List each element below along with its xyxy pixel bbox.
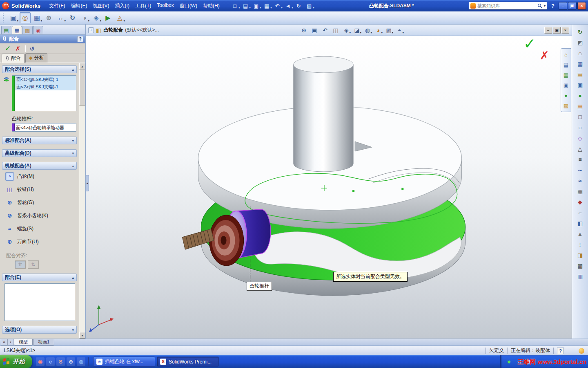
rect-tool-icon[interactable]: □ (575, 112, 585, 121)
cam-follower-listbox[interactable]: 面<4>@凸轮轴承随动器 (12, 123, 76, 132)
shaft-cylinder[interactable] (294, 65, 353, 172)
list-icon[interactable]: ≡ (575, 155, 585, 164)
menu-tools[interactable]: 工具(T) (132, 1, 154, 11)
section-options[interactable]: 选项(O) ▾ (2, 326, 77, 334)
arrow-up-icon[interactable]: ▲ (575, 229, 585, 238)
menu-help[interactable]: 帮助(H) (200, 1, 223, 11)
save-icon[interactable]: ▣▾ (251, 2, 261, 10)
shaft-top-face[interactable] (294, 56, 353, 73)
shade-icon[interactable]: ◨ (575, 250, 585, 260)
cancel-float-button[interactable]: ✗ (540, 49, 549, 62)
rebuild-icon[interactable]: ↻ (294, 2, 304, 10)
diamond-tool-icon[interactable]: ◇ (575, 133, 585, 143)
panel-help-button[interactable]: ? (77, 36, 83, 42)
rack-pinion-mate-item[interactable]: ⊚ 齿条小齿轮(K) (0, 209, 79, 222)
new-document-icon[interactable]: □▾ (230, 2, 240, 10)
library-folder-icon[interactable]: ▤ (575, 70, 585, 79)
ruby-icon[interactable]: ◆ (575, 197, 585, 206)
insert-components-icon[interactable]: ▣▾ (8, 12, 19, 23)
scroll-thumb[interactable] (79, 70, 85, 105)
mesh-icon[interactable]: ▦ (575, 186, 585, 196)
triangle-tool-icon[interactable]: △ (575, 144, 585, 153)
cam-mate-item[interactable]: ◔ 凸轮(M) (0, 170, 79, 183)
new-motion-study-icon[interactable]: ▶ (102, 12, 114, 23)
view-palette-icon[interactable]: ▣ (562, 81, 570, 90)
model-tab[interactable]: 模型 (14, 339, 33, 346)
custom-properties-icon[interactable]: ▧ (562, 101, 570, 110)
section-mates[interactable]: 配合(E) ▴ (2, 274, 77, 281)
featuremanager-tab-icon[interactable]: ▤ (1, 26, 11, 34)
design-library-icon[interactable]: ▤ (562, 61, 570, 69)
universal-joint-mate-item[interactable]: ⊕ 万向节(U) (0, 235, 79, 248)
browser-icon[interactable]: ◍ (77, 357, 85, 366)
taskbar-task-document[interactable]: e 插端凸轮 在 xtw... (93, 357, 155, 367)
screw-mate-item[interactable]: ≈ 螺旋(S) (0, 222, 79, 235)
close-button[interactable]: × (577, 2, 586, 10)
mate-icon[interactable]: ◎ (20, 12, 31, 23)
hide-show-items-icon[interactable]: ◍▾ (363, 25, 372, 35)
view-settings-icon[interactable]: ◓▾ (394, 25, 404, 35)
smart-fasteners-icon[interactable]: ⊕ (43, 12, 54, 23)
file-explorer-icon[interactable]: ▦ (562, 71, 570, 79)
quick-tips-bulb-icon[interactable] (579, 348, 584, 354)
rotate-component-icon[interactable]: ↻ (67, 12, 78, 23)
section-view-icon[interactable]: ◫ (331, 25, 341, 35)
folder-icon[interactable]: ▤ (575, 101, 585, 111)
internet-explorer-icon[interactable]: e (46, 357, 55, 366)
scroll-track[interactable] (79, 105, 85, 332)
edit-appearance-icon[interactable]: ◕▾ (373, 25, 383, 35)
quick-tips-help-button[interactable]: ? (557, 348, 564, 354)
sphere-icon[interactable]: ● (575, 91, 585, 100)
mdi-restore-button[interactable]: ▣ (553, 27, 561, 34)
tab-analysis[interactable]: ◆ 分析 (25, 53, 47, 63)
tab-scroll-first-icon[interactable]: « (1, 339, 7, 346)
aligned-button[interactable]: ⇈ (15, 260, 26, 269)
grid-icon[interactable]: ▦ (575, 59, 585, 68)
updown-icon[interactable]: ↕ (575, 240, 585, 249)
follower-bearing[interactable] (209, 215, 244, 266)
scroll-down-button[interactable]: ▼ (79, 332, 85, 339)
move-component-icon[interactable]: ↔▾ (55, 12, 66, 23)
wave-icon[interactable]: ≈ (575, 176, 585, 185)
view-orientation-icon[interactable]: ◈▾ (341, 25, 351, 35)
pattern-icon[interactable]: ▣ (575, 80, 585, 90)
zoom-fit-icon[interactable]: ⊙ (299, 25, 309, 35)
exploded-view-icon[interactable]: ◬▾ (114, 12, 125, 23)
search-dropdown-icon[interactable]: ▾ (544, 4, 546, 8)
zoom-area-icon[interactable]: ▣ (310, 25, 319, 35)
options-icon[interactable]: ▧▾ (304, 2, 314, 10)
redo-icon[interactable]: ↻ (575, 27, 585, 36)
half-square-icon[interactable]: ◧ (575, 218, 585, 228)
tray-shield-icon[interactable]: ◆ (506, 358, 512, 365)
half-section-icon[interactable]: ◩ (575, 38, 585, 47)
menu-view[interactable]: 视图(V) (90, 1, 112, 11)
media-player-icon[interactable]: ◉ (36, 357, 45, 366)
3d-model-canvas[interactable] (86, 36, 572, 339)
flyout-tree-expand-icon[interactable]: + (88, 27, 94, 33)
circle-tool-icon[interactable]: ○ (575, 123, 585, 132)
3d-viewport-canvas[interactable]: ✓ ✗ 所选实体对当前配合类型无效。 凸轮推杆 ⌂▤▦▣●▧ (86, 36, 572, 339)
hinge-mate-item[interactable]: ◫ 铰链(H) (0, 183, 79, 196)
selection-item[interactable]: 面<1>@LSKJ夹端)-1 (15, 76, 76, 83)
hatch-icon[interactable]: ▩ (575, 261, 585, 270)
apply-scene-icon[interactable]: ▨▾ (384, 25, 394, 35)
section-mate-selections[interactable]: 配合选择(S) ▴ (2, 65, 77, 73)
undo-button[interactable]: ↺ (30, 45, 35, 52)
menu-insert[interactable]: 插入(I) (112, 1, 132, 11)
solidworks-resources-icon[interactable]: ⌂ (562, 50, 570, 59)
tab-mate[interactable]: 配合 (2, 54, 24, 63)
panel-icon[interactable]: ▥ (575, 272, 585, 281)
restore-button[interactable]: ▣ (568, 2, 577, 10)
taskbar-task-solidworks[interactable]: S SolidWorks Premi... (157, 357, 219, 367)
cam-follower-callout[interactable]: 凸轮推杆 (247, 282, 272, 291)
motion-study-tab[interactable]: 动画1 (33, 339, 54, 346)
home-icon[interactable]: ⌂ (575, 48, 585, 58)
assembly-features-icon[interactable]: ◈▾ (91, 12, 102, 23)
spline-icon[interactable]: ∼ (575, 165, 585, 175)
display-style-icon[interactable]: ◪▾ (352, 25, 362, 35)
minimize-button[interactable]: – (559, 2, 567, 10)
ok-button[interactable]: ✓ (5, 44, 11, 53)
hide-show-components-icon[interactable]: ◑▾ (79, 12, 90, 23)
help-button[interactable]: ? (551, 3, 555, 9)
previous-view-icon[interactable]: ↶ (320, 25, 330, 35)
